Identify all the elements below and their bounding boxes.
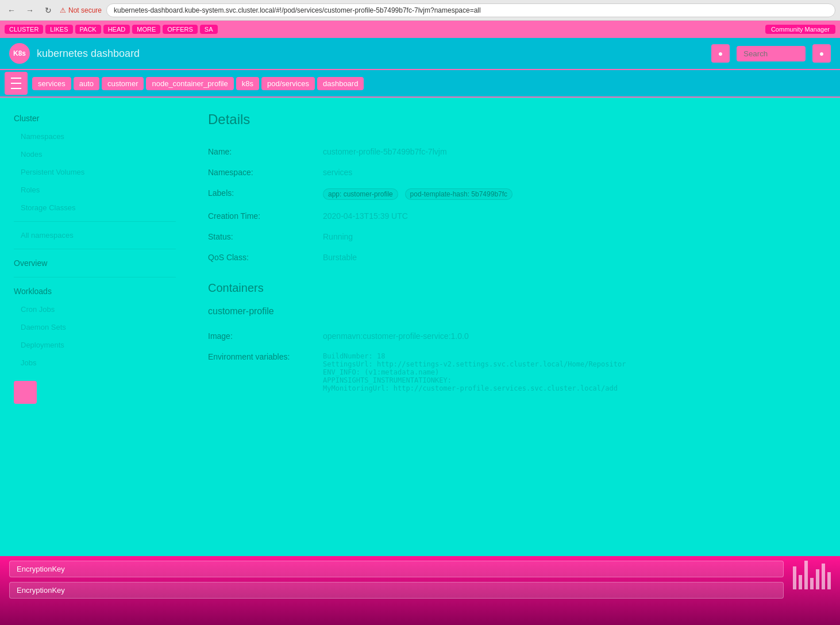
- details-section-title: Details: [208, 111, 822, 128]
- sidebar-workloads-header[interactable]: Workloads: [0, 282, 190, 300]
- name-value: customer-profile-5b7499b7fc-7lvjm: [323, 141, 822, 162]
- breadcrumb-k8s[interactable]: k8s: [236, 77, 259, 90]
- bar-6: [822, 564, 825, 589]
- sidebar-item-deployments[interactable]: Deployments: [0, 336, 190, 354]
- breadcrumb-dashboard[interactable]: dashboard: [317, 77, 364, 90]
- header-icon-btn-2[interactable]: ●: [812, 44, 831, 63]
- env-var-0: BuildNumber: 18: [323, 352, 822, 360]
- bar-5: [816, 569, 819, 589]
- back-button[interactable]: ←: [5, 3, 18, 17]
- overlay-bars: [793, 561, 831, 594]
- bar-3: [804, 561, 808, 589]
- url-bar[interactable]: kubernetes-dashboard.kube-system.svc.clu…: [106, 3, 835, 17]
- menu-icon: [11, 88, 21, 89]
- container-name: customer-profile: [208, 306, 822, 317]
- sidebar-item-cron-jobs[interactable]: Cron Jobs: [0, 300, 190, 318]
- qos-class-value: Burstable: [323, 247, 822, 268]
- status-value: Running: [323, 226, 822, 247]
- sidebar-item-storage-classes[interactable]: Storage Classes: [0, 199, 190, 217]
- breadcrumb-node-container-profile[interactable]: node_container_profile: [146, 77, 233, 90]
- sidebar-item-daemon-sets[interactable]: Daemon Sets: [0, 318, 190, 336]
- breadcrumb-services[interactable]: services: [32, 77, 71, 90]
- header-search-input[interactable]: [737, 46, 806, 61]
- encryption-key-field-1[interactable]: EncryptionKey: [9, 561, 784, 577]
- sidebar-item-roles[interactable]: Roles: [0, 181, 190, 199]
- menu-icon: [11, 83, 21, 84]
- sidebar: Cluster Namespaces Nodes Persistent Volu…: [0, 98, 190, 625]
- sidebar-overview-header[interactable]: Overview: [0, 254, 190, 272]
- encryption-key-field-2[interactable]: EncryptionKey: [9, 582, 784, 599]
- breadcrumb-bar: services auto customer node_container_pr…: [0, 70, 840, 98]
- menu-button[interactable]: [5, 72, 28, 95]
- env-var-3: APPINSIGHTS_INSTRUMENTATIONKEY:: [323, 376, 822, 384]
- main-content: Details Name: customer-profile-5b7499b7f…: [190, 98, 840, 625]
- env-vars-value: BuildNumber: 18 SettingsUrl: http://sett…: [323, 346, 822, 398]
- image-value: openmavn:customer-profile-service:1.0.0: [323, 326, 822, 346]
- forward-button[interactable]: →: [23, 3, 37, 17]
- details-grid: Name: customer-profile-5b7499b7fc-7lvjm …: [208, 141, 822, 268]
- namespace-value: services: [323, 162, 822, 183]
- label-chip-hash: pod-template-hash: 5b7499b7fc: [405, 188, 513, 200]
- containers-section-title: Containers: [208, 281, 822, 295]
- bar-7: [827, 572, 831, 589]
- community-manager-btn[interactable]: Community Manager: [765, 25, 835, 34]
- browser-bar: ← → ↻ ⚠ Not secure kubernetes-dashboard.…: [0, 0, 840, 21]
- sa-btn[interactable]: SA: [200, 25, 218, 34]
- sidebar-cluster-header[interactable]: Cluster: [0, 109, 190, 128]
- labels-value: app: customer-profile pod-template-hash:…: [323, 183, 822, 206]
- creation-time-label: Creation Time:: [208, 206, 323, 226]
- sidebar-item-jobs[interactable]: Jobs: [0, 354, 190, 372]
- sidebar-icon-btn[interactable]: [14, 381, 37, 404]
- extension-bar: CLUSTER LIKES PACK HEAD MORE OFFERS SA C…: [0, 21, 840, 38]
- more-btn[interactable]: MORE: [132, 25, 160, 34]
- main-layout: Cluster Namespaces Nodes Persistent Volu…: [0, 98, 840, 625]
- env-var-4: MyMonitoringUrl: http://customer-profile…: [323, 384, 822, 392]
- k8s-header: K8s kubernetes dashboard ● ●: [0, 38, 840, 70]
- name-label: Name:: [208, 141, 323, 162]
- menu-icon: [11, 78, 21, 79]
- bar-2: [799, 575, 802, 589]
- head-btn[interactable]: HEAD: [103, 25, 130, 34]
- likes-btn[interactable]: LIKES: [45, 25, 72, 34]
- reload-button[interactable]: ↻: [41, 3, 55, 17]
- label-chip-app: app: customer-profile: [323, 188, 398, 200]
- status-label: Status:: [208, 226, 323, 247]
- sidebar-item-persistent-volumes[interactable]: Persistent Volumes: [0, 163, 190, 181]
- not-secure-indicator: ⚠ Not secure: [60, 6, 102, 14]
- bottom-overlay: EncryptionKey EncryptionKey: [0, 556, 840, 625]
- breadcrumb-customer[interactable]: customer: [102, 77, 144, 90]
- env-var-1: SettingsUrl: http://settings-v2.settings…: [323, 360, 822, 368]
- breadcrumb-auto[interactable]: auto: [74, 77, 99, 90]
- sidebar-item-namespaces[interactable]: Namespaces: [0, 128, 190, 145]
- offers-btn[interactable]: OFFERS: [163, 25, 198, 34]
- sidebar-item-all-namespaces[interactable]: All namespaces: [0, 226, 190, 244]
- sidebar-item-nodes[interactable]: Nodes: [0, 145, 190, 163]
- warning-icon: ⚠: [60, 6, 66, 14]
- k8s-logo: K8s: [9, 43, 30, 64]
- qos-class-label: QoS Class:: [208, 247, 323, 268]
- breadcrumb: services auto customer node_container_pr…: [32, 77, 364, 90]
- namespace-label: Namespace:: [208, 162, 323, 183]
- breadcrumb-pod-services[interactable]: pod/services: [261, 77, 315, 90]
- containers-grid: Image: openmavn:customer-profile-service…: [208, 326, 822, 398]
- labels-label: Labels:: [208, 183, 323, 206]
- sidebar-divider-1: [14, 221, 176, 222]
- sidebar-divider-3: [14, 277, 176, 277]
- sidebar-divider-2: [14, 249, 176, 249]
- header-title: kubernetes dashboard: [37, 48, 140, 60]
- bar-4: [810, 578, 814, 589]
- creation-time-value: 2020-04-13T15:39 UTC: [323, 206, 822, 226]
- bar-1: [793, 566, 796, 589]
- header-icon-btn-1[interactable]: ●: [711, 44, 730, 63]
- pack-btn[interactable]: PACK: [75, 25, 101, 34]
- env-vars-label: Environment variables:: [208, 346, 323, 398]
- env-var-2: ENV_INFO: (v1:metadata.name): [323, 368, 822, 376]
- image-label: Image:: [208, 326, 323, 346]
- cluster-btn[interactable]: CLUSTER: [5, 25, 43, 34]
